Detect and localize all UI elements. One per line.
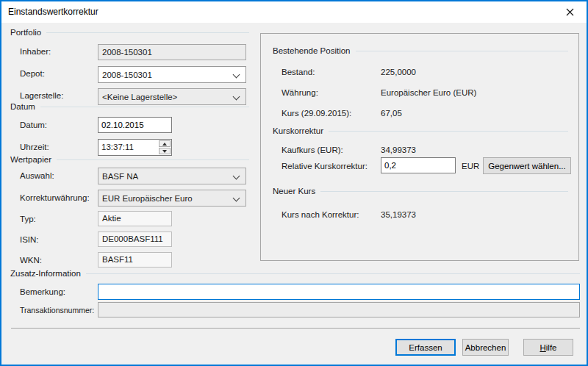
chevron-down-icon — [233, 71, 240, 79]
footer-separator — [11, 328, 580, 329]
group-label-kurskorrektur: Kurskorrektur — [273, 126, 323, 135]
group-header-bestehende-position: Bestehende Position — [273, 46, 568, 55]
uhrzeit-label: Uhrzeit: — [20, 143, 49, 151]
transaktionsnummer-label: Transaktionsnummer: — [20, 306, 94, 315]
transaktionsnummer-input — [98, 302, 580, 317]
bestand-value: 225,0000 — [381, 68, 416, 76]
hilfe-button[interactable]: Hilfe — [523, 339, 573, 356]
group-header-kurskorrektur: Kurskorrektur — [273, 126, 568, 135]
hilfe-accesskey: H — [539, 343, 545, 352]
group-label-bestehende-position: Bestehende Position — [273, 46, 351, 55]
gegenwert-waehlen-button[interactable]: Gegenwert wählen... — [483, 157, 571, 174]
titlebar: Einstandswertkorrektur — [1, 1, 587, 23]
waehrung-label: Währung: — [282, 88, 318, 97]
close-button[interactable] — [553, 1, 587, 22]
hilfe-rest: ilfe — [546, 343, 557, 352]
korrekturwaehrung-dropdown-value: EUR Europäischer Euro — [102, 194, 193, 203]
abbrechen-button[interactable]: Abbrechen — [462, 339, 509, 356]
korrekturwaehrung-dropdown: EUR Europäischer Euro — [98, 190, 246, 207]
triangle-up-icon — [162, 143, 167, 146]
inhaber-label: Inhaber: — [20, 47, 51, 56]
dialog-einstandswertkorrektur: Einstandswertkorrektur Portfolio Inhaber… — [0, 0, 588, 366]
wkn-field: BASF11 — [98, 252, 172, 268]
uhrzeit-spinner[interactable]: 13:37:11 — [98, 139, 172, 156]
datum-label: Datum: — [20, 121, 47, 129]
depot-dropdown-value: 2008-150301 — [102, 71, 152, 79]
group-header-neuer-kurs: Neuer Kurs — [273, 187, 568, 195]
group-header-portfolio: Portfolio — [10, 28, 249, 37]
position-panel: Bestehende Position Bestand: 225,0000 Wä… — [260, 33, 579, 261]
group-header-zusatz-information: Zusatz-Information — [10, 269, 580, 278]
uhrzeit-value: 13:37:11 — [101, 140, 134, 155]
kurs-nach-korrektur-value: 35,19373 — [381, 210, 416, 219]
group-line — [356, 51, 569, 51]
bestand-label: Bestand: — [282, 68, 315, 76]
chevron-down-icon — [233, 93, 240, 101]
group-line — [46, 32, 249, 33]
kurs-stichtag-value: 67,05 — [381, 109, 402, 118]
relative-kurskorrektur-label: Relative Kurskorrektur: — [282, 162, 368, 171]
erfassen-button[interactable]: Erfassen — [395, 339, 456, 356]
isin-field: DE000BASF111 — [98, 232, 172, 247]
typ-field: Aktie — [98, 211, 172, 226]
spin-down-button[interactable] — [159, 148, 171, 154]
bemerkung-label: Bemerkung: — [20, 287, 65, 296]
relative-kurskorrektur-input[interactable] — [381, 157, 456, 173]
group-label-portfolio: Portfolio — [10, 28, 41, 37]
group-line — [40, 107, 249, 107]
group-label-datum: Datum — [10, 102, 35, 111]
group-header-wertpapier: Wertpapier — [10, 155, 249, 164]
group-label-wertpapier: Wertpapier — [10, 155, 51, 164]
depot-dropdown[interactable]: 2008-150301 — [98, 66, 246, 83]
kurs-nach-korrektur-label: Kurs nach Korrektur: — [282, 210, 359, 219]
inhaber-field: 2008-150301 — [98, 44, 246, 60]
group-label-neuer-kurs: Neuer Kurs — [273, 187, 315, 195]
close-icon — [566, 8, 574, 16]
lagerstelle-dropdown-value: <Keine Lagerstelle> — [102, 93, 177, 101]
waehrung-value: Europäischer Euro (EUR) — [381, 88, 476, 97]
group-line — [57, 159, 249, 160]
triangle-down-icon — [162, 150, 167, 153]
kaufkurs-value: 34,99373 — [381, 146, 416, 154]
group-line — [329, 131, 568, 132]
datum-input[interactable] — [98, 117, 172, 133]
isin-label: ISIN: — [20, 235, 39, 244]
dialog-title: Einstandswertkorrektur — [8, 7, 98, 17]
kaufkurs-label: Kaufkurs (EUR): — [282, 146, 343, 154]
group-label-zusatz-information: Zusatz-Information — [10, 269, 81, 278]
korrekturwaehrung-label: Korrekturwährung: — [20, 193, 90, 202]
spin-up-button[interactable] — [159, 140, 171, 147]
kurs-stichtag-label: Kurs (29.09.2015): — [282, 109, 351, 118]
currency-suffix-label: EUR — [462, 162, 479, 171]
auswahl-dropdown: BASF NA — [98, 168, 246, 184]
depot-label: Depot: — [20, 69, 45, 78]
lagerstelle-label: Lagerstelle: — [20, 91, 63, 100]
group-header-datum: Datum — [10, 102, 249, 111]
group-line — [86, 273, 580, 274]
group-line — [320, 191, 568, 192]
typ-label: Typ: — [20, 215, 36, 223]
auswahl-label: Auswahl: — [20, 171, 54, 180]
bemerkung-input[interactable] — [98, 284, 580, 300]
chevron-down-icon — [233, 173, 240, 180]
auswahl-dropdown-value: BASF NA — [102, 172, 138, 181]
chevron-down-icon — [233, 195, 240, 202]
wkn-label: WKN: — [20, 256, 42, 265]
spinner-buttons — [159, 140, 171, 154]
